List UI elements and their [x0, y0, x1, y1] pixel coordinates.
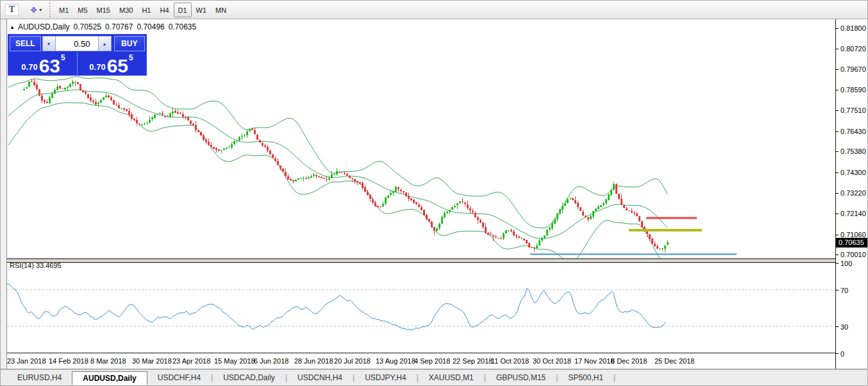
tab-usdchf-h4[interactable]: USDCHF,H4 [147, 371, 211, 384]
rsi-tick-label: 0 [840, 350, 844, 358]
timeframe-mn-button[interactable]: MN [211, 3, 231, 17]
bollinger-lower-band [8, 103, 667, 261]
collapse-marker-icon: ▲ [10, 24, 15, 30]
tab-eurusd-h4[interactable]: EURUSD,H4 [7, 371, 72, 384]
current-price-badge: 0.70635 [836, 238, 868, 248]
price-tick [836, 131, 839, 132]
chart-title: ▲AUDUSD,Daily0.705250.707670.704960.7063… [10, 22, 196, 31]
sell-button[interactable]: SELL [10, 36, 41, 51]
timeframe-h1-button[interactable]: H1 [137, 3, 155, 17]
ohlc-low: 0.70496 [137, 22, 164, 31]
date-label: 22 Sep 2018 [453, 357, 492, 365]
date-label: 8 Mar 2018 [90, 357, 126, 365]
sell-price-base: 0.70 [21, 62, 37, 72]
price-tick-label: 0.73220 [840, 189, 866, 197]
price-tick-label: 0.76430 [840, 128, 866, 135]
text-tool-icon: T [5, 4, 19, 16]
buy-price-point: 5 [129, 53, 133, 62]
sell-price-point: 5 [61, 53, 65, 62]
timeframe-d1-button[interactable]: D1 [174, 3, 192, 17]
drawing-tool-button[interactable]: ❖ ▾ [25, 3, 47, 17]
date-label: 13 Aug 2018 [376, 357, 415, 365]
rsi-tick [836, 263, 839, 264]
timeframe-w1-button[interactable]: W1 [192, 3, 212, 17]
sell-price-pips: 63 [39, 58, 60, 74]
price-tick [836, 90, 839, 90]
rsi-indicator-label: RSI(14) 33.4695 [10, 262, 62, 269]
date-label: 25 Dec 2018 [655, 357, 694, 365]
price-tick-label: 0.77510 [840, 106, 866, 114]
text-tool-button[interactable]: T [4, 3, 20, 17]
chevron-down-icon: ▾ [39, 7, 42, 13]
tab-audusd-daily[interactable]: AUDUSD,Daily [72, 371, 147, 385]
volume-increase-button[interactable]: ▲ [98, 36, 112, 51]
date-label: 28 Jun 2018 [294, 357, 333, 365]
price-tick [836, 235, 839, 235]
drawing-tool-icon: ❖ [30, 5, 38, 15]
bollinger-upper-band [8, 76, 667, 228]
rsi-tick [836, 290, 839, 290]
price-tick-label: 0.75380 [840, 147, 866, 155]
rsi-tick-label: 100 [840, 260, 852, 267]
one-click-trade-panel: SELL ▼ ▲ BUY 0.70 63 5 0.70 65 5 [8, 34, 147, 76]
timeframe-m1-button[interactable]: M1 [54, 3, 73, 17]
bollinger-middle-band [8, 90, 667, 239]
price-tick [836, 193, 839, 194]
rsi-tick [836, 353, 839, 354]
price-tick-label: 0.81800 [840, 24, 866, 32]
date-label: 23 Jan 2018 [7, 357, 46, 365]
timeframe-m30-button[interactable]: M30 [115, 3, 137, 17]
tab-xauusd-m1[interactable]: XAUUSD,M1 [419, 371, 484, 384]
buy-price-base: 0.70 [89, 62, 105, 72]
time-axis[interactable]: 23 Jan 201814 Feb 20188 Mar 201830 Mar 2… [7, 353, 835, 369]
tab-usdjpy-h4[interactable]: USDJPY,H4 [355, 371, 416, 384]
date-label: 20 Jul 2018 [334, 357, 371, 365]
date-label: 6 Dec 2018 [611, 357, 647, 365]
price-tick [836, 151, 839, 152]
rsi-tick-label: 30 [840, 323, 848, 331]
price-tick [836, 214, 839, 214]
chart-area: ▲AUDUSD,Daily0.705250.707670.704960.7063… [1, 19, 868, 369]
level-lines [530, 218, 737, 254]
date-label: 30 Mar 2018 [132, 357, 172, 365]
tab-usdcnh-h4[interactable]: USDCNH,H4 [287, 371, 353, 384]
rsi-tick-label: 70 [840, 287, 848, 294]
volume-input[interactable] [56, 36, 98, 51]
buy-price-pips: 65 [107, 58, 128, 74]
sell-price-display[interactable]: 0.70 63 5 [10, 53, 78, 75]
left-gutter [1, 19, 7, 369]
date-label: 17 Nov 2018 [574, 357, 614, 365]
date-label: 23 Apr 2018 [172, 357, 210, 365]
tab-gbpusd-m15[interactable]: GBPUSD,M15 [486, 371, 556, 384]
toolbar-grip[interactable] [49, 3, 53, 17]
price-tick-label: 0.80720 [840, 45, 866, 53]
date-label: 11 Oct 2018 [491, 357, 529, 365]
ohlc-close: 0.70635 [169, 22, 196, 31]
buy-price-display[interactable]: 0.70 65 5 [78, 53, 145, 75]
date-label: 6 Jun 2018 [254, 357, 288, 365]
price-tick [836, 28, 839, 29]
tab-sp500-h1[interactable]: SP500,H1 [558, 371, 613, 384]
price-tick-label: 0.72140 [840, 210, 866, 217]
price-tick [836, 255, 839, 255]
price-tick-label: 0.78590 [840, 86, 866, 94]
price-tick-label: 0.71060 [840, 231, 866, 239]
timeframe-m15-button[interactable]: M15 [92, 3, 115, 17]
date-label: 30 Oct 2018 [533, 357, 571, 365]
timeframe-m5-button[interactable]: M5 [73, 3, 92, 17]
price-tick [836, 172, 839, 173]
ohlc-open: 0.70525 [74, 22, 101, 31]
date-label: 4 Sep 2018 [414, 357, 450, 365]
buy-button[interactable]: BUY [114, 36, 146, 51]
tab-usdcad-daily[interactable]: USDCAD,Daily [213, 371, 285, 384]
price-tick [836, 69, 839, 70]
price-axis[interactable]: 0.70635 0.818000.807200.796700.785900.77… [835, 19, 868, 369]
tab-separator: | [613, 371, 615, 382]
chart-tabs-bar: EURUSD,H4AUDUSD,DailyUSDCHF,H4|USDCAD,Da… [1, 369, 868, 386]
volume-decrease-button[interactable]: ▼ [42, 36, 56, 51]
timeframe-h4-button[interactable]: H4 [155, 3, 173, 17]
rsi-pane [7, 283, 835, 330]
date-label: 14 Feb 2018 [49, 357, 88, 365]
price-tick-label: 0.74300 [840, 169, 866, 176]
pane-separator[interactable] [7, 258, 868, 263]
